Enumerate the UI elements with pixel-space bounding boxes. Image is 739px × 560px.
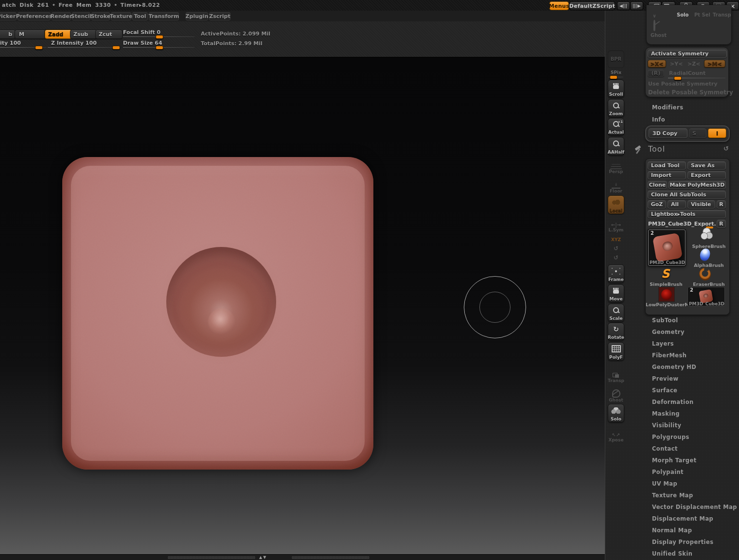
move-button[interactable]: Move xyxy=(608,284,624,302)
section-surface[interactable]: Surface xyxy=(652,387,677,394)
section-preview[interactable]: Preview xyxy=(652,375,679,382)
info-section[interactable]: Info xyxy=(652,116,665,123)
modifiers-section[interactable]: Modifiers xyxy=(652,104,683,111)
zadd-button[interactable]: Zadd xyxy=(45,30,72,39)
3d-copy-button[interactable]: 3D Copy xyxy=(649,128,687,138)
persp-button[interactable]: Persp xyxy=(608,159,624,174)
make-polymesh3d-button[interactable]: Make PolyMesh3D xyxy=(669,181,726,189)
rgb-intensity-slider-handle[interactable] xyxy=(35,46,43,50)
export-button[interactable]: Export xyxy=(687,171,726,179)
simple-brush-icon[interactable]: S xyxy=(661,268,669,280)
section-uv-map[interactable]: UV Map xyxy=(652,480,677,487)
ghost-mini-label[interactable]: Ghost xyxy=(651,33,667,38)
aahalf-button[interactable]: AAHalf xyxy=(608,137,624,156)
copy-s-button[interactable]: S xyxy=(689,128,706,138)
goz-all-button[interactable]: All xyxy=(668,200,686,209)
symmetry-m-button[interactable]: >M< xyxy=(704,60,725,68)
section-texture-map[interactable]: Texture Map xyxy=(652,492,693,499)
ptsel-mini-label[interactable]: Pt Sel xyxy=(694,12,710,18)
lsym-button[interactable]: ←|→L.Sym xyxy=(608,220,624,232)
rgb-button[interactable]: b xyxy=(0,30,16,39)
xyz-button[interactable]: XYZ xyxy=(608,233,624,242)
z-intensity-slider-handle[interactable] xyxy=(112,46,120,50)
clone-all-subtools-button[interactable]: Clone All SubTools xyxy=(648,191,726,199)
menu-tool[interactable]: Tool xyxy=(132,12,148,20)
polyframe-button[interactable]: PolyF xyxy=(608,342,624,361)
spix-slider-handle[interactable] xyxy=(610,75,617,79)
section-layers[interactable]: Layers xyxy=(652,340,674,347)
section-display-properties[interactable]: Display Properties xyxy=(652,539,713,545)
transp-button[interactable]: Transp xyxy=(608,365,624,383)
zcut-button[interactable]: Zcut xyxy=(95,30,123,39)
y-rotate-icon[interactable]: ↺ xyxy=(608,244,624,252)
section-unified-skin[interactable]: Unified Skin xyxy=(652,550,692,557)
scroll-button[interactable]: Scroll xyxy=(608,80,624,98)
solo-mini-label[interactable]: Solo xyxy=(677,12,688,18)
section-visibility[interactable]: Visibility xyxy=(652,422,681,429)
sphere-brush-icon[interactable] xyxy=(700,228,713,240)
transp-mini-label[interactable]: Transp xyxy=(713,12,731,18)
tool-palette-header[interactable]: Tool xyxy=(648,144,665,154)
load-tool-button[interactable]: Load Tool xyxy=(648,161,686,170)
menu-preferences[interactable]: Preferences xyxy=(18,12,51,20)
section-deformation[interactable]: Deformation xyxy=(652,399,694,405)
scale-button[interactable]: Scale xyxy=(608,304,624,322)
menu-zscript[interactable]: Zscript xyxy=(209,12,230,20)
menu-texture[interactable]: Texture xyxy=(111,12,131,20)
goz-r-button[interactable]: R xyxy=(717,200,726,209)
xpose-button[interactable]: ↖↗Xpose xyxy=(608,424,624,442)
zsub-button[interactable]: Zsub xyxy=(70,30,97,39)
section-geometry[interactable]: Geometry xyxy=(652,329,685,335)
tray-toggle-arrows[interactable]: ▲▼ xyxy=(259,555,267,560)
solo-button[interactable]: Solo xyxy=(608,404,624,422)
current-tool-r-button[interactable]: R xyxy=(717,220,726,228)
symmetry-y-button[interactable]: >Y< xyxy=(670,61,683,67)
section-normal-map[interactable]: Normal Map xyxy=(652,527,692,534)
activate-symmetry-button[interactable]: Activate Symmetry xyxy=(648,50,727,58)
default-zscript-button[interactable]: DefaultZScript xyxy=(569,1,615,10)
document-canvas[interactable] xyxy=(0,57,605,555)
section-polypaint[interactable]: Polypaint xyxy=(652,469,684,475)
lowpoly-duster-thumbnail[interactable] xyxy=(658,287,675,302)
menu-render[interactable]: Render xyxy=(52,12,71,20)
section-fibermesh[interactable]: FiberMesh xyxy=(652,352,686,359)
symmetry-x-button[interactable]: >X< xyxy=(648,60,666,68)
clone-button[interactable]: Clone xyxy=(648,181,667,189)
menu-zplugin[interactable]: Zplugin xyxy=(186,12,208,20)
frame-button[interactable]: Frame xyxy=(608,264,624,283)
section-contact[interactable]: Contact xyxy=(652,445,678,452)
radial-count-slider-handle[interactable] xyxy=(674,76,682,80)
selected-tool-thumbnail[interactable]: 2 PM3D_Cube3D_E xyxy=(648,229,686,266)
section-masking[interactable]: Masking xyxy=(652,410,680,417)
tray-divider-hatch[interactable] xyxy=(168,556,255,559)
goz-button[interactable]: GoZ xyxy=(648,200,666,209)
lightbox-tools-button[interactable]: Lightbox▸Tools xyxy=(648,210,726,218)
section-geometry-hd[interactable]: Geometry HD xyxy=(652,364,696,370)
eraser-brush-icon[interactable] xyxy=(698,266,712,281)
scrub-right-button[interactable]: ▶ xyxy=(630,1,643,10)
section-vector-displacement-map[interactable]: Vector Displacement Map xyxy=(652,504,737,510)
section-displacement-map[interactable]: Displacement Map xyxy=(652,515,713,522)
symmetry-z-button[interactable]: >Z< xyxy=(687,61,700,67)
delete-posable-symmetry-button[interactable]: Delete Posable Symmetry xyxy=(648,89,733,96)
scrub-left-button[interactable]: ◀ xyxy=(617,1,630,10)
current-tool-name[interactable]: PM3D_Cube3D_Export. xyxy=(648,221,716,227)
tray-divider-hatch[interactable] xyxy=(292,556,370,559)
sculpt-cube-mesh[interactable] xyxy=(62,157,373,470)
menu-picker[interactable]: Picker xyxy=(0,12,17,20)
alpha-brush-icon[interactable] xyxy=(698,247,712,262)
zoom-button[interactable]: Zoom xyxy=(608,99,624,117)
bpr-button[interactable]: BPR xyxy=(608,51,624,68)
menu-transform[interactable]: Transform xyxy=(149,12,179,20)
section-subtool[interactable]: SubTool xyxy=(652,317,678,324)
rotate-button[interactable]: ↻Rotate xyxy=(608,323,624,341)
m-button[interactable]: M xyxy=(15,30,47,39)
local-button[interactable]: Local xyxy=(608,195,624,214)
use-posable-symmetry-button[interactable]: Use Posable Symmetry xyxy=(648,81,718,87)
actual-button[interactable]: ×1Actual xyxy=(608,118,624,136)
save-as-button[interactable]: Save As xyxy=(687,161,726,170)
focal-shift-slider-handle[interactable] xyxy=(156,35,163,39)
cube-small-thumbnail[interactable]: 2 PM3D_Cube3D_E xyxy=(687,287,725,306)
radial-r-button[interactable]: (R) xyxy=(648,70,664,77)
floor-button[interactable]: ↓Floor xyxy=(608,181,624,193)
